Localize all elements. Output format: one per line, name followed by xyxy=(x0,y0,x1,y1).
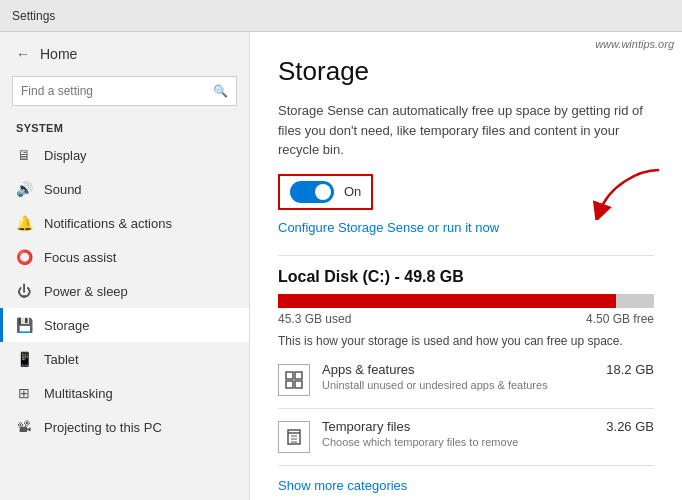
sidebar: ← Home 🔍 System 🖥 Display 🔊 Sound 🔔 Noti… xyxy=(0,32,250,500)
multitasking-icon: ⊞ xyxy=(16,385,32,401)
search-box[interactable]: 🔍 xyxy=(12,76,237,106)
temp-files-name: Temporary files xyxy=(322,419,410,434)
sidebar-item-sound[interactable]: 🔊 Sound xyxy=(0,172,249,206)
apps-features-info: Apps & features 18.2 GB Uninstall unused… xyxy=(322,362,654,391)
sidebar-item-label-sound: Sound xyxy=(44,182,82,197)
sidebar-item-label-focus-assist: Focus assist xyxy=(44,250,116,265)
apps-features-desc: Uninstall unused or undesired apps & fea… xyxy=(322,379,654,391)
titlebar: Settings xyxy=(0,0,682,32)
svg-rect-4 xyxy=(295,381,302,388)
configure-link-container: Configure Storage Sense or run it now xyxy=(278,220,654,235)
sidebar-item-projecting[interactable]: 📽 Projecting to this PC xyxy=(0,410,249,444)
back-icon[interactable]: ← xyxy=(16,46,30,62)
display-icon: 🖥 xyxy=(16,147,32,163)
svg-rect-1 xyxy=(286,372,293,379)
sidebar-item-display[interactable]: 🖥 Display xyxy=(0,138,249,172)
red-arrow-annotation xyxy=(589,165,669,220)
focus-assist-icon: ⭕ xyxy=(16,249,32,265)
watermark: www.wintips.org xyxy=(595,38,674,50)
search-input[interactable] xyxy=(21,84,213,98)
section-divider xyxy=(278,255,654,256)
disk-help-text: This is how your storage is used and how… xyxy=(278,334,654,348)
show-more-categories-link[interactable]: Show more categories xyxy=(278,478,407,493)
sidebar-item-label-display: Display xyxy=(44,148,87,163)
sidebar-item-focus-assist[interactable]: ⭕ Focus assist xyxy=(0,240,249,274)
storage-divider-2 xyxy=(278,465,654,466)
sidebar-item-storage[interactable]: 💾 Storage xyxy=(0,308,249,342)
svg-rect-2 xyxy=(295,372,302,379)
sidebar-item-label-notifications: Notifications & actions xyxy=(44,216,172,231)
sidebar-item-tablet[interactable]: 📱 Tablet xyxy=(0,342,249,376)
temp-files-size: 3.26 GB xyxy=(606,419,654,434)
apps-features-name: Apps & features xyxy=(322,362,415,377)
main-content: www.wintips.org Storage Storage Sense ca… xyxy=(250,32,682,500)
storage-icon: 💾 xyxy=(16,317,32,333)
sidebar-item-label-tablet: Tablet xyxy=(44,352,79,367)
disk-bar-labels: 45.3 GB used 4.50 GB free xyxy=(278,312,654,326)
sidebar-item-notifications[interactable]: 🔔 Notifications & actions xyxy=(0,206,249,240)
storage-sense-description: Storage Sense can automatically free up … xyxy=(278,101,654,160)
projecting-icon: 📽 xyxy=(16,419,32,435)
storage-divider-1 xyxy=(278,408,654,409)
sidebar-item-label-power-sleep: Power & sleep xyxy=(44,284,128,299)
temp-files-row: Temporary files 3.26 GB xyxy=(322,419,654,434)
apps-features-item[interactable]: Apps & features 18.2 GB Uninstall unused… xyxy=(278,362,654,396)
apps-features-row: Apps & features 18.2 GB xyxy=(322,362,654,377)
disk-bar-fill xyxy=(278,294,616,308)
sidebar-item-multitasking[interactable]: ⊞ Multitasking xyxy=(0,376,249,410)
search-icon: 🔍 xyxy=(213,84,228,98)
notifications-icon: 🔔 xyxy=(16,215,32,231)
titlebar-title: Settings xyxy=(12,9,55,23)
power-icon: ⏻ xyxy=(16,283,32,299)
sound-icon: 🔊 xyxy=(16,181,32,197)
system-section-label: System xyxy=(0,116,249,138)
content-area: ← Home 🔍 System 🖥 Display 🔊 Sound 🔔 Noti… xyxy=(0,32,682,500)
temp-files-desc: Choose which temporary files to remove xyxy=(322,436,654,448)
page-title: Storage xyxy=(278,56,654,87)
tablet-icon: 📱 xyxy=(16,351,32,367)
disk-free-label: 4.50 GB free xyxy=(586,312,654,326)
sidebar-item-power-sleep[interactable]: ⏻ Power & sleep xyxy=(0,274,249,308)
apps-features-icon xyxy=(278,364,310,396)
local-disk-heading: Local Disk (C:) - 49.8 GB xyxy=(278,268,654,286)
svg-rect-3 xyxy=(286,381,293,388)
sidebar-item-label-projecting: Projecting to this PC xyxy=(44,420,162,435)
apps-features-size: 18.2 GB xyxy=(606,362,654,377)
sidebar-item-label-multitasking: Multitasking xyxy=(44,386,113,401)
configure-storage-link[interactable]: Configure Storage Sense or run it now xyxy=(278,220,654,235)
disk-bar-container: 45.3 GB used 4.50 GB free xyxy=(278,294,654,326)
storage-sense-toggle-container: On xyxy=(278,174,373,210)
temp-files-info: Temporary files 3.26 GB Choose which tem… xyxy=(322,419,654,448)
disk-used-label: 45.3 GB used xyxy=(278,312,351,326)
toggle-knob xyxy=(315,184,331,200)
settings-window: Settings ← Home 🔍 System 🖥 Display 🔊 Sou… xyxy=(0,0,682,500)
temp-files-icon xyxy=(278,421,310,453)
sidebar-item-label-storage: Storage xyxy=(44,318,90,333)
sidebar-home-label[interactable]: Home xyxy=(40,46,77,62)
sidebar-header: ← Home xyxy=(0,32,249,72)
temp-files-item[interactable]: Temporary files 3.26 GB Choose which tem… xyxy=(278,419,654,453)
disk-bar xyxy=(278,294,654,308)
toggle-label: On xyxy=(344,184,361,199)
storage-sense-toggle[interactable] xyxy=(290,181,334,203)
